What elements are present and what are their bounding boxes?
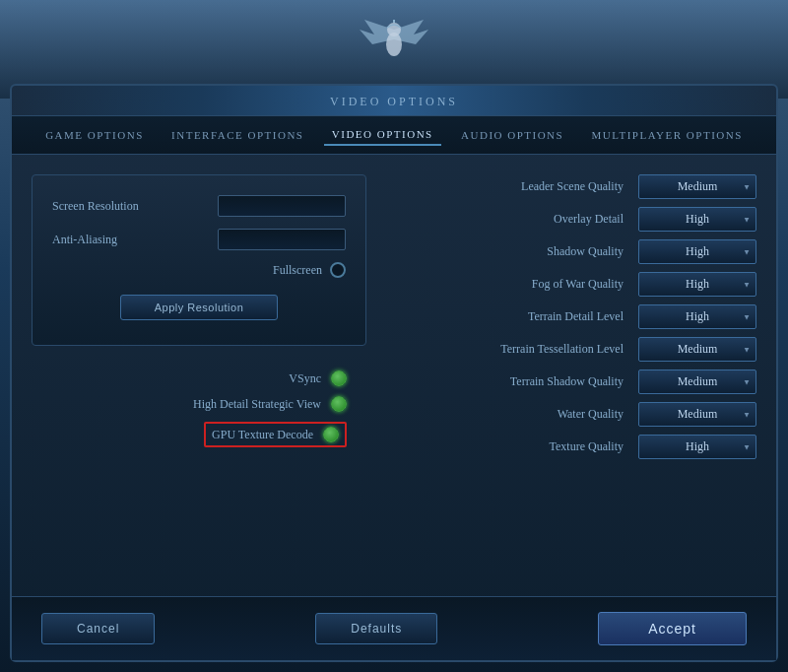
quality-value-8[interactable]: High [638,435,756,459]
defaults-button[interactable]: Defaults [315,613,437,644]
resolution-label: Screen Resolution [52,199,139,214]
main-panel: VIDEO OPTIONS GAME OPTIONS INTERFACE OPT… [10,84,778,662]
emblem-icon [355,10,433,89]
vsync-toggle[interactable] [331,370,347,386]
quality-label-4: Terrain Detail Level [396,309,638,324]
quality-row: Terrain Shadow QualityMedium [396,370,756,394]
tab-multiplayer[interactable]: MULTIPLAYER OPTIONS [584,125,751,145]
title-bar: VIDEO OPTIONS [12,86,776,116]
fullscreen-label: Fullscreen [273,263,322,278]
anti-aliasing-label: Anti-Aliasing [52,233,117,247]
quality-value-3[interactable]: High [638,272,756,297]
quality-label-3: Fog of War Quality [396,277,638,292]
gpu-texture-label: GPU Texture Decode [212,428,313,442]
anti-aliasing-row: Anti-Aliasing [52,229,346,250]
quality-label-0: Leader Scene Quality [396,179,638,194]
quality-label-6: Terrain Shadow Quality [396,374,638,389]
vsync-label: VSync [289,371,321,386]
quality-value-6[interactable]: Medium [638,370,756,394]
quality-value-0[interactable]: Medium [638,174,756,199]
quality-label-8: Texture Quality [396,439,638,454]
resolution-row: Screen Resolution [52,195,346,217]
quality-value-4[interactable]: High [638,304,756,329]
quality-row: Texture QualityHigh [396,435,756,459]
quality-value-7[interactable]: Medium [638,402,756,427]
tab-game[interactable]: GAME OPTIONS [37,125,152,145]
quality-value-1[interactable]: High [638,207,756,232]
nav-tabs: GAME OPTIONS INTERFACE OPTIONS VIDEO OPT… [12,116,776,155]
fullscreen-row: Fullscreen [52,262,346,278]
panel-title: VIDEO OPTIONS [330,95,458,108]
quality-value-5[interactable]: Medium [638,337,756,362]
apply-resolution-button[interactable]: Apply Resolution [120,295,278,320]
resolution-box: Screen Resolution Anti-Aliasing Fullscre… [32,174,366,346]
quality-row: Overlay DetailHigh [396,207,756,232]
quality-row: Water QualityMedium [396,402,756,427]
tab-audio[interactable]: AUDIO OPTIONS [453,125,571,145]
gpu-texture-toggle[interactable] [323,427,339,442]
quality-row: Fog of War QualityHigh [396,272,756,297]
high-detail-toggle[interactable] [331,396,347,412]
quality-row: Terrain Detail LevelHigh [396,304,756,329]
resolution-input[interactable] [218,195,346,217]
quality-row: Terrain Tessellation LevelMedium [396,337,756,362]
tab-video[interactable]: VIDEO OPTIONS [324,124,441,146]
high-detail-row: High Detail Strategic View [193,396,347,412]
toggle-section: VSync High Detail Strategic View GPU Tex… [32,361,366,447]
high-detail-label: High Detail Strategic View [193,397,321,412]
quality-label-7: Water Quality [396,407,638,422]
quality-row: Shadow QualityHigh [396,239,756,264]
quality-row: Leader Scene QualityMedium [396,174,756,199]
right-panel: Leader Scene QualityMediumOverlay Detail… [396,174,756,542]
quality-value-2[interactable]: High [638,239,756,264]
bottom-bar: Cancel Defaults Accept [12,596,776,660]
tab-interface[interactable]: INTERFACE OPTIONS [164,125,311,145]
fullscreen-checkbox[interactable] [330,262,346,278]
quality-label-5: Terrain Tessellation Level [396,342,638,357]
quality-label-2: Shadow Quality [396,244,638,259]
accept-button[interactable]: Accept [598,612,747,645]
left-panel: Screen Resolution Anti-Aliasing Fullscre… [32,174,366,542]
gpu-texture-row: GPU Texture Decode [204,422,347,447]
quality-label-1: Overlay Detail [396,212,638,227]
anti-aliasing-input[interactable] [218,229,346,250]
vsync-row: VSync [289,370,347,386]
cancel-button[interactable]: Cancel [41,613,155,644]
content-area: Screen Resolution Anti-Aliasing Fullscre… [12,155,776,562]
